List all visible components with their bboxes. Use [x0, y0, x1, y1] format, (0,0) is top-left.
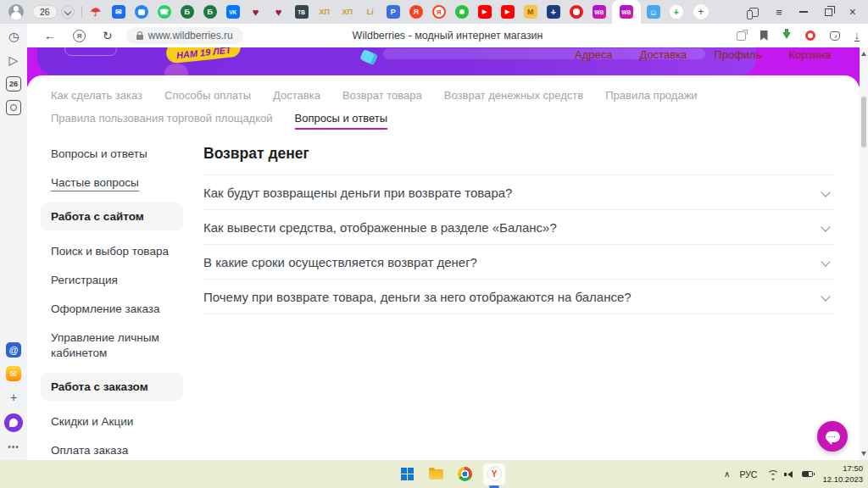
start-button[interactable]: [397, 464, 417, 485]
nav-product-return[interactable]: Возврат товара: [342, 89, 422, 102]
history-icon[interactable]: ◷: [6, 29, 21, 44]
nav-money-return[interactable]: Возврат денежных средств: [444, 89, 583, 102]
tab-list: ☂ ✉ ☎ Б Б VK ♥ ♥ ТВ ХП ХП Li Р Я Я ▶ ▶ M…: [89, 0, 683, 24]
language-indicator[interactable]: РУС: [739, 469, 757, 480]
yandex-mail-icon[interactable]: ✉: [6, 366, 21, 381]
profile-avatar[interactable]: [8, 4, 24, 19]
sidebar-section-site[interactable]: Работа с сайтом: [41, 202, 183, 230]
header-link-addresses[interactable]: Адреса: [575, 48, 612, 61]
scrollbar-thumb[interactable]: [861, 97, 866, 147]
faq-question-row[interactable]: В какие сроки осуществляется возврат ден…: [203, 244, 834, 279]
nav-sales-rules[interactable]: Правила продажи: [605, 89, 697, 102]
savefrom-icon[interactable]: [782, 32, 791, 39]
restore-button[interactable]: [825, 8, 832, 16]
tab-favicon-hp[interactable]: ХП: [341, 5, 354, 19]
back-icon[interactable]: ←: [44, 30, 56, 42]
protect-icon[interactable]: [830, 31, 840, 41]
video-icon[interactable]: ▷: [6, 53, 21, 68]
faq-question-row[interactable]: Как будут возвращены деньги при возврате…: [203, 175, 834, 209]
url-field[interactable]: www.wildberries.ru: [126, 27, 243, 44]
nav-marketplace-rules[interactable]: Правила пользования торговой площадкой: [51, 112, 273, 125]
scroll-down-icon[interactable]: [861, 452, 866, 456]
file-explorer-button[interactable]: [426, 464, 446, 485]
minimize-button[interactable]: [799, 11, 808, 13]
battery-icon[interactable]: [802, 471, 813, 477]
yandex-browser-button-active[interactable]: Y: [483, 463, 505, 485]
tab-favicon-green-dot[interactable]: [455, 5, 469, 19]
download-icon[interactable]: ↓: [854, 30, 860, 42]
mailru-icon[interactable]: @: [6, 342, 21, 358]
share-icon[interactable]: [737, 31, 746, 41]
faq-question-row[interactable]: Как вывести средства, отображенные в раз…: [203, 209, 834, 244]
tab-favicon-youtube[interactable]: ▶: [478, 5, 492, 19]
sidebar-item-payment[interactable]: Оплата заказа: [51, 443, 183, 458]
refresh-icon[interactable]: ↻: [103, 30, 113, 42]
wifi-icon[interactable]: [766, 470, 778, 479]
tab-favicon-messenger[interactable]: [135, 5, 148, 19]
tab-favicon-yandex-ring[interactable]: Я: [432, 5, 446, 19]
scroll-up-icon[interactable]: [861, 52, 866, 56]
tab-favicon-mail[interactable]: ✉: [112, 5, 125, 19]
tab-favicon-red-ring[interactable]: [570, 5, 583, 19]
speaker-icon[interactable]: [787, 471, 793, 478]
faq-question-text: Почему при возврате товара, деньги за не…: [203, 290, 632, 304]
menu-icon[interactable]: ≡: [776, 7, 782, 18]
alice-icon[interactable]: [4, 413, 23, 432]
tab-favicon-r[interactable]: Р: [387, 5, 400, 19]
tab-favicon-m[interactable]: M: [524, 5, 537, 19]
nav-questions-answers-active[interactable]: Вопросы и ответы: [295, 112, 387, 130]
sidebar-item-account[interactable]: Управление личным кабинетом: [51, 330, 183, 361]
tab-favicon-hp[interactable]: ХП: [318, 5, 331, 19]
sidebar-section-order[interactable]: Работа с заказом: [41, 373, 183, 401]
page-scrollbar[interactable]: [860, 47, 868, 460]
close-button[interactable]: ×: [849, 6, 856, 18]
header-link-cart[interactable]: Корзина: [788, 48, 831, 61]
tab-favicon-bank-b[interactable]: Б: [181, 5, 194, 19]
more-icon[interactable]: •••: [8, 442, 19, 452]
header-link-delivery[interactable]: Доставка: [640, 48, 687, 61]
tab-counter[interactable]: 26: [32, 5, 58, 19]
screenshot-icon[interactable]: [6, 100, 21, 115]
sidebar-item-search[interactable]: Поиск и выбор товара: [51, 244, 183, 259]
page-heading: Возврат денег: [203, 145, 834, 163]
tab-favicon-smiley[interactable]: ☺: [647, 5, 660, 19]
window-controls: ≡ ×: [749, 6, 863, 18]
faq-question-row[interactable]: Почему при возврате товара, деньги за не…: [203, 279, 834, 313]
tab-favicon-green-cross[interactable]: +: [670, 5, 683, 19]
tab-favicon-heart[interactable]: ♥: [249, 5, 263, 19]
yandex-home-icon[interactable]: Я: [73, 30, 86, 42]
nav-payment-methods[interactable]: Способы оплаты: [164, 89, 251, 102]
chat-fab[interactable]: ···: [817, 421, 848, 452]
chevron-down-icon[interactable]: [61, 5, 75, 19]
active-tab-wildberries[interactable]: WB: [612, 0, 641, 24]
new-tab-button[interactable]: +: [693, 4, 709, 19]
chrome-button[interactable]: [454, 464, 475, 485]
sidebar-item-order-placement[interactable]: Оформление заказа: [51, 302, 183, 317]
tab-favicon-li[interactable]: Li: [364, 5, 377, 19]
nav-delivery[interactable]: Доставка: [273, 89, 320, 102]
sidebar-item-questions[interactable]: Вопросы и ответы: [51, 147, 183, 162]
header-link-profile[interactable]: Профиль: [714, 48, 761, 61]
clock[interactable]: 17:50 12.10.2023: [822, 463, 863, 485]
sidebar-item-registration[interactable]: Регистрация: [51, 273, 183, 288]
tab-favicon-heart[interactable]: ♥: [272, 5, 286, 19]
tab-favicon-youtube[interactable]: ▶: [501, 5, 515, 19]
tab-favicon-umbrella[interactable]: ☂: [89, 5, 103, 19]
add-icon[interactable]: +: [6, 390, 21, 405]
tab-favicon-whatsapp[interactable]: ☎: [158, 5, 171, 19]
sidebar-item-frequent[interactable]: Частые вопросы: [51, 175, 183, 191]
tray-expand-icon[interactable]: ∧: [724, 469, 730, 479]
tab-favicon-tv[interactable]: ТВ: [295, 5, 309, 19]
nav-how-to-order[interactable]: Как сделать заказ: [51, 89, 142, 102]
tab-favicon-yandex[interactable]: Я: [409, 5, 423, 19]
tab-favicon-wildberries[interactable]: WB: [593, 5, 606, 19]
tabs-count-icon[interactable]: 26: [6, 76, 21, 92]
tab-favicon-vk[interactable]: VK: [226, 5, 240, 19]
adblock-icon[interactable]: [805, 30, 815, 41]
confetti-decoration: [359, 49, 378, 65]
tab-favicon-navy-plus[interactable]: +: [547, 5, 560, 19]
tab-panels-icon[interactable]: [749, 8, 759, 17]
tab-favicon-bank-b[interactable]: Б: [203, 5, 217, 19]
bookmark-icon[interactable]: [760, 30, 768, 41]
sidebar-item-discounts[interactable]: Скидки и Акции: [51, 414, 183, 430]
